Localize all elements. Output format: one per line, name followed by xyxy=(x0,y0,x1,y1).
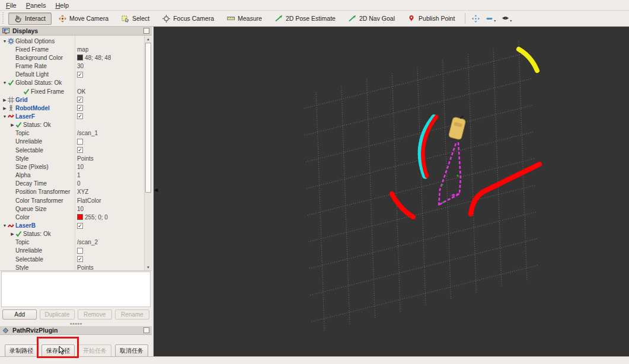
property-value-cell[interactable]: 10 xyxy=(75,205,84,213)
checkbox-checked[interactable]: ✓ xyxy=(77,105,83,111)
tree-row[interactable]: ▼Global Options xyxy=(0,37,144,45)
tree-row[interactable]: Topic/scan_2 xyxy=(0,238,144,247)
color-swatch[interactable] xyxy=(77,55,83,60)
property-value-cell[interactable]: /scan_1 xyxy=(75,129,98,137)
dropdown-caret-icon[interactable]: ▾ xyxy=(494,20,496,23)
property-value-cell[interactable]: ✓ xyxy=(75,147,83,153)
tree-row[interactable]: Topic/scan_1 xyxy=(0,129,144,138)
menu-panels[interactable]: Panels xyxy=(26,2,46,9)
expander-right-icon[interactable]: ▶ xyxy=(9,121,15,129)
checkbox-checked[interactable]: ✓ xyxy=(77,113,83,119)
tree-row[interactable]: Fixed Framemap xyxy=(0,45,144,53)
property-value-cell[interactable]: ✓ xyxy=(75,256,83,262)
tree-row[interactable]: ▼LaserB✓ xyxy=(0,221,144,229)
menu-file[interactable]: File xyxy=(6,2,17,9)
tree-row[interactable]: Position TransformerXYZ xyxy=(0,188,144,196)
tree-row[interactable]: Unreliable xyxy=(0,138,144,146)
expander-right-icon[interactable]: ▶ xyxy=(2,96,8,104)
tool-interact[interactable]: Interact xyxy=(8,12,52,25)
toolbar-grip[interactable] xyxy=(2,12,6,24)
property-value-cell[interactable]: 255; 0; 0 xyxy=(75,213,108,221)
record-path-button[interactable]: 录制路径 xyxy=(5,344,38,357)
tree-row[interactable]: ▶Status: Ok xyxy=(0,230,144,238)
scrollbar-up-icon[interactable]: ▲ xyxy=(145,36,152,42)
tree-scrollbar[interactable]: ▲ ▼ xyxy=(144,36,152,270)
tree-row[interactable]: ▶Grid✓ xyxy=(0,95,144,104)
3d-viewport[interactable]: ◀ xyxy=(152,27,629,356)
checkbox-checked[interactable]: ✓ xyxy=(77,147,83,153)
tree-row[interactable]: Selectable✓ xyxy=(0,255,144,263)
tool-2d-nav-goal[interactable]: 2D Nav Goal xyxy=(343,12,401,25)
tree-row[interactable]: Selectable✓ xyxy=(0,146,144,154)
property-value-cell[interactable]: ✓ xyxy=(75,72,83,78)
tree-row[interactable]: Frame Rate30 xyxy=(0,62,144,70)
move-axis-button[interactable] xyxy=(469,14,483,24)
tool-move-camera[interactable]: Move Camera xyxy=(53,12,114,25)
property-value-cell[interactable]: OK xyxy=(75,88,85,95)
visibility-button[interactable]: ▾ xyxy=(499,14,515,24)
tree-row[interactable]: StylePoints xyxy=(0,154,144,162)
save-path-button[interactable]: 保存路径 xyxy=(41,344,75,357)
tree-row[interactable]: ▼LaserF✓ xyxy=(0,112,144,120)
expander-right-icon[interactable]: ▶ xyxy=(2,104,8,112)
property-value-cell[interactable]: Points xyxy=(75,155,94,162)
checkbox-checked[interactable]: ✓ xyxy=(77,72,83,78)
add-button[interactable]: Add xyxy=(2,309,37,320)
tree-row[interactable]: Color255; 0; 0 xyxy=(0,213,144,221)
tree-row[interactable]: Default Light✓ xyxy=(0,71,144,79)
expander-down-icon[interactable]: ▼ xyxy=(2,37,8,45)
checkbox-unchecked[interactable] xyxy=(77,139,83,145)
tool-2d-pose-estimate[interactable]: 2D Pose Estimate xyxy=(269,12,341,25)
expander-down-icon[interactable]: ▼ xyxy=(2,79,8,87)
property-value-cell[interactable]: map xyxy=(75,46,88,53)
expander-down-icon[interactable]: ▼ xyxy=(2,222,8,229)
panel-collapse-arrow-icon[interactable]: ◀ xyxy=(154,188,158,193)
tree-row[interactable]: ▶RobotModel✓ xyxy=(0,104,144,112)
property-value-cell[interactable] xyxy=(75,139,83,145)
property-value-cell[interactable]: 1 xyxy=(75,171,81,179)
zoom-out-button[interactable]: ▾ xyxy=(483,14,499,24)
property-value-cell[interactable]: ✓ xyxy=(75,223,83,229)
property-value-cell[interactable]: ✓ xyxy=(75,105,83,111)
property-value-cell[interactable]: 48; 48; 48 xyxy=(75,54,111,62)
menu-help[interactable]: Help xyxy=(55,2,69,9)
checkbox-unchecked[interactable] xyxy=(77,248,83,254)
panel-float-button[interactable] xyxy=(143,28,149,34)
expander-down-icon[interactable]: ▼ xyxy=(2,113,8,120)
tool-publish-point[interactable]: Publish Point xyxy=(402,12,461,25)
tree-row[interactable]: Background Color48; 48; 48 xyxy=(0,53,144,62)
plugin-float-button[interactable] xyxy=(143,327,149,333)
tree-row[interactable]: Color TransformerFlatColor xyxy=(0,196,144,205)
scrollbar-thumb[interactable] xyxy=(145,43,151,193)
property-value-cell[interactable]: FlatColor xyxy=(75,197,101,205)
property-value-cell[interactable]: 0 xyxy=(75,180,81,187)
tool-focus-camera[interactable]: Focus Camera xyxy=(157,12,220,25)
tool-measure[interactable]: Measure xyxy=(221,12,268,25)
tree-row[interactable]: Unreliable xyxy=(0,247,144,255)
property-value-cell[interactable]: ✓ xyxy=(75,97,83,103)
tree-row[interactable]: Size (Pixels)10 xyxy=(0,162,144,171)
tree-row[interactable]: ▼Global Status: Ok xyxy=(0,79,144,87)
property-value-cell[interactable] xyxy=(75,248,83,254)
property-value-cell[interactable]: /scan_2 xyxy=(75,238,98,246)
tree-row[interactable]: Queue Size10 xyxy=(0,205,144,213)
checkbox-checked[interactable]: ✓ xyxy=(77,97,83,103)
dropdown-caret-icon[interactable]: ▾ xyxy=(510,20,512,23)
tree-row[interactable]: Decay Time0 xyxy=(0,180,144,188)
checkbox-checked[interactable]: ✓ xyxy=(77,223,83,229)
property-value-cell[interactable]: 30 xyxy=(75,62,84,70)
property-value-cell[interactable]: 10 xyxy=(75,163,84,171)
property-value-cell[interactable]: Points xyxy=(75,264,94,271)
checkbox-checked[interactable]: ✓ xyxy=(77,256,83,262)
tool-select[interactable]: Select xyxy=(116,12,155,25)
cancel-task-button[interactable]: 取消任务 xyxy=(115,344,148,357)
color-swatch[interactable] xyxy=(77,214,83,220)
property-value-cell[interactable]: ✓ xyxy=(75,113,83,119)
scrollbar-down-icon[interactable]: ▼ xyxy=(145,264,152,270)
tree-row[interactable]: StylePoints xyxy=(0,263,144,271)
property-value-cell[interactable]: XYZ xyxy=(75,188,88,196)
expander-right-icon[interactable]: ▶ xyxy=(9,230,15,238)
tree-row[interactable]: ▶Status: Ok xyxy=(0,121,144,129)
tree-row[interactable]: Alpha1 xyxy=(0,171,144,180)
panel-splitter-handle[interactable]: ●●●●● xyxy=(0,321,152,326)
